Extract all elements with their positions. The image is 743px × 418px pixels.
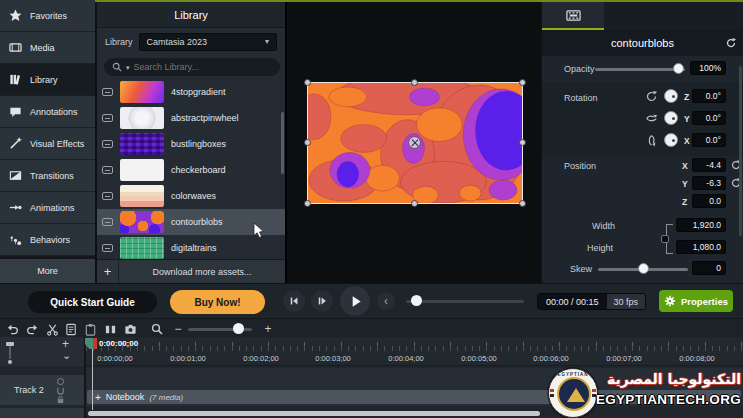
library-add-button[interactable]: +: [97, 260, 119, 283]
position-z-value[interactable]: 0.0: [692, 194, 726, 208]
track-2-header[interactable]: Track 2: [0, 375, 84, 405]
copy-button[interactable]: [64, 322, 78, 336]
gear-icon: [664, 295, 676, 307]
library-select-dropdown[interactable]: Camtasia 2023 ▾: [139, 33, 277, 51]
search-input[interactable]: [134, 62, 272, 72]
preview-scrubber[interactable]: [406, 300, 524, 303]
selected-media-title: contourblobs: [611, 37, 674, 49]
rotation-x-value[interactable]: 0.0°: [692, 133, 726, 147]
split-button[interactable]: [103, 322, 117, 336]
track-1-header[interactable]: [0, 408, 84, 418]
timeline-zoom-knob[interactable]: [233, 323, 244, 334]
timeline-ruler[interactable]: 0:00:00;00 0:00:01;00 0:00:02;00 0:00:03…: [86, 337, 743, 366]
skew-value[interactable]: 0: [692, 261, 726, 275]
resize-handle-ne[interactable]: [519, 79, 526, 86]
buy-now-button[interactable]: Buy Now!: [170, 290, 265, 314]
rotate-y-icon[interactable]: [645, 112, 658, 125]
download-more-assets-link[interactable]: Download more assets...: [119, 267, 285, 277]
library-search[interactable]: ▾: [104, 58, 280, 76]
skew-slider-knob[interactable]: [638, 263, 649, 274]
selected-media-contourblobs[interactable]: [307, 82, 523, 204]
timeline-zoom-button[interactable]: [150, 322, 164, 336]
resize-handle-se[interactable]: [519, 200, 526, 207]
properties-scrollbar[interactable]: [739, 66, 742, 236]
library-item-checkerboard[interactable]: checkerboard: [97, 157, 285, 183]
sidebar-item-library[interactable]: Library: [0, 64, 95, 95]
reset-all-icon[interactable]: [725, 37, 737, 49]
resize-handle-e[interactable]: [519, 139, 526, 146]
more-label: More: [37, 266, 58, 276]
library-scrollbar[interactable]: [281, 112, 284, 174]
screenshot-button[interactable]: [123, 322, 137, 336]
watermark: EGYPTIAN التكنولوجيا المصرية EGYPTIANTEC…: [540, 366, 743, 418]
rotate-x-dial[interactable]: [664, 133, 678, 147]
horizontal-scrollbar[interactable]: [88, 411, 540, 416]
resize-handle-w[interactable]: [304, 139, 311, 146]
sidebar-item-annotations[interactable]: Annotations: [0, 96, 95, 127]
rotate-y-dial[interactable]: [664, 111, 678, 125]
properties-button[interactable]: Properties: [659, 290, 733, 312]
sidebar-item-favorites[interactable]: Favorites: [0, 0, 95, 31]
playhead-line[interactable]: [92, 349, 93, 410]
resize-handle-n[interactable]: [411, 79, 418, 86]
height-value[interactable]: 1,080.0: [676, 240, 726, 254]
rotation-z-value[interactable]: 0.0°: [692, 89, 726, 103]
library-item-4stopgradient[interactable]: 4stopgradient: [97, 79, 285, 105]
previous-frame-button[interactable]: [283, 290, 305, 312]
step-forward-button[interactable]: [311, 290, 333, 312]
rotation-anchor[interactable]: [408, 136, 421, 149]
editing-canvas[interactable]: [285, 2, 540, 283]
opacity-slider[interactable]: [595, 68, 685, 71]
rotate-z-dial[interactable]: [664, 89, 678, 103]
opacity-slider-knob[interactable]: [673, 63, 684, 74]
zoom-out-button[interactable]: −: [171, 322, 185, 336]
clip-icon: [102, 166, 113, 174]
fps-display[interactable]: 30 fps: [607, 294, 646, 309]
resize-handle-s[interactable]: [411, 200, 418, 207]
time-display[interactable]: 00:00 / 00:15: [538, 294, 607, 309]
tab-media-properties[interactable]: [542, 2, 604, 30]
undo-button[interactable]: [5, 322, 19, 336]
width-value[interactable]: 1,920.0: [676, 218, 726, 232]
rotate-z-icon[interactable]: [645, 90, 658, 103]
track-disable-icon[interactable]: [56, 377, 65, 386]
quick-start-guide-button[interactable]: Quick Start Guide: [28, 291, 157, 313]
rotation-y-value[interactable]: 0.0°: [692, 111, 726, 125]
sidebar-item-visual-effects[interactable]: Visual Effects: [0, 128, 95, 159]
speech-bubble-icon: [9, 105, 22, 118]
library-item-abstractpinwheel[interactable]: abstractpinwheel: [97, 105, 285, 131]
rotate-x-icon[interactable]: [645, 134, 658, 147]
resize-handle-nw[interactable]: [304, 79, 311, 86]
sidebar-more-button[interactable]: More: [0, 258, 95, 283]
resize-handle-sw[interactable]: [304, 200, 311, 207]
search-caret-icon[interactable]: ▾: [126, 64, 130, 71]
sidebar-item-transitions[interactable]: Transitions: [0, 160, 95, 191]
sidebar-item-media[interactable]: Media: [0, 32, 95, 63]
collapse-tracks-button[interactable]: ⌄: [62, 350, 71, 361]
preview-scrubber-knob[interactable]: [411, 295, 422, 306]
cut-button[interactable]: [45, 322, 59, 336]
track-lock-icon[interactable]: [56, 395, 65, 404]
library-item-bustlingboxes[interactable]: bustlingboxes: [97, 131, 285, 157]
camera-icon: [124, 323, 137, 336]
sidebar-item-behaviors[interactable]: Behaviors: [0, 224, 95, 255]
rotation-label: Rotation: [564, 93, 598, 103]
zoom-in-button[interactable]: +: [261, 322, 275, 336]
playhead-red-marker[interactable]: [93, 338, 97, 349]
play-button[interactable]: [340, 286, 370, 316]
opacity-value[interactable]: 100%: [690, 61, 726, 75]
library-item-colorwaves[interactable]: colorwaves: [97, 183, 285, 209]
sidebar-item-animations[interactable]: Animations: [0, 192, 95, 223]
paste-button[interactable]: [83, 322, 97, 336]
position-y-value[interactable]: -6.3: [692, 176, 726, 190]
library-item-name: bustlingboxes: [171, 139, 226, 149]
track-label: Track 2: [14, 385, 44, 395]
track-magnet-icon[interactable]: [56, 386, 65, 395]
position-label: Position: [564, 161, 596, 171]
redo-button[interactable]: [25, 322, 39, 336]
aspect-lock-icon[interactable]: [661, 235, 669, 243]
loop-back-button[interactable]: ‹: [377, 292, 395, 310]
track-height-knob[interactable]: [6, 342, 14, 346]
position-x-value[interactable]: -4.4: [692, 158, 726, 172]
position-axis-letter: Y: [682, 179, 688, 189]
